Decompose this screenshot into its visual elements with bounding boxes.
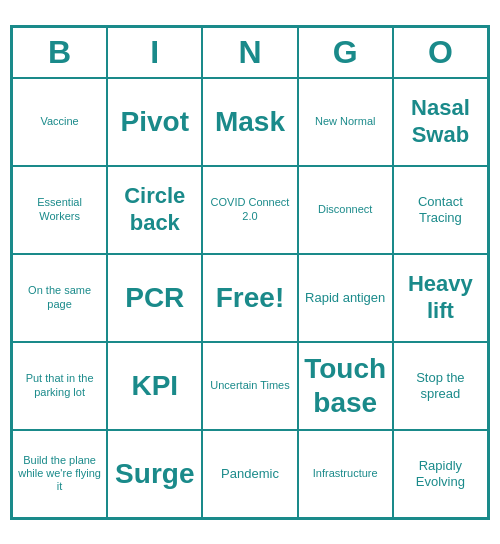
- bingo-cell-22: Pandemic: [202, 430, 297, 518]
- cell-text-14: Heavy lift: [398, 271, 483, 324]
- bingo-header: BINGO: [12, 27, 488, 78]
- cell-text-18: Touch base: [303, 352, 388, 419]
- cell-text-16: KPI: [131, 369, 178, 403]
- bingo-grid: VaccinePivotMaskNew NormalNasal SwabEsse…: [12, 78, 488, 518]
- cell-text-0: Vaccine: [40, 115, 78, 128]
- header-letter-B: B: [12, 27, 107, 78]
- cell-text-11: PCR: [125, 281, 184, 315]
- cell-text-10: On the same page: [17, 284, 102, 310]
- cell-text-23: Infrastructure: [313, 467, 378, 480]
- header-letter-I: I: [107, 27, 202, 78]
- cell-text-4: Nasal Swab: [398, 95, 483, 148]
- cell-text-7: COVID Connect 2.0: [207, 196, 292, 222]
- cell-text-6: Circle back: [112, 183, 197, 236]
- bingo-cell-11: PCR: [107, 254, 202, 342]
- cell-text-3: New Normal: [315, 115, 376, 128]
- bingo-card: BINGO VaccinePivotMaskNew NormalNasal Sw…: [10, 25, 490, 520]
- cell-text-19: Stop the spread: [398, 370, 483, 401]
- cell-text-8: Disconnect: [318, 203, 372, 216]
- cell-text-12: Free!: [216, 281, 284, 315]
- cell-text-15: Put that in the parking lot: [17, 372, 102, 398]
- bingo-cell-18: Touch base: [298, 342, 393, 430]
- bingo-cell-2: Mask: [202, 78, 297, 166]
- bingo-cell-8: Disconnect: [298, 166, 393, 254]
- bingo-cell-9: Contact Tracing: [393, 166, 488, 254]
- header-letter-N: N: [202, 27, 297, 78]
- bingo-cell-24: Rapidly Evolving: [393, 430, 488, 518]
- cell-text-22: Pandemic: [221, 466, 279, 482]
- bingo-cell-5: Essential Workers: [12, 166, 107, 254]
- bingo-cell-1: Pivot: [107, 78, 202, 166]
- bingo-cell-14: Heavy lift: [393, 254, 488, 342]
- bingo-cell-13: Rapid antigen: [298, 254, 393, 342]
- bingo-cell-12: Free!: [202, 254, 297, 342]
- bingo-cell-15: Put that in the parking lot: [12, 342, 107, 430]
- cell-text-1: Pivot: [121, 105, 189, 139]
- cell-text-24: Rapidly Evolving: [398, 458, 483, 489]
- cell-text-13: Rapid antigen: [305, 290, 385, 306]
- header-letter-O: O: [393, 27, 488, 78]
- bingo-cell-10: On the same page: [12, 254, 107, 342]
- cell-text-20: Build the plane while we're flying it: [17, 454, 102, 494]
- bingo-cell-17: Uncertain Times: [202, 342, 297, 430]
- bingo-cell-21: Surge: [107, 430, 202, 518]
- cell-text-9: Contact Tracing: [398, 194, 483, 225]
- bingo-cell-3: New Normal: [298, 78, 393, 166]
- cell-text-5: Essential Workers: [17, 196, 102, 222]
- bingo-cell-16: KPI: [107, 342, 202, 430]
- cell-text-2: Mask: [215, 105, 285, 139]
- bingo-cell-19: Stop the spread: [393, 342, 488, 430]
- bingo-cell-23: Infrastructure: [298, 430, 393, 518]
- bingo-cell-20: Build the plane while we're flying it: [12, 430, 107, 518]
- bingo-cell-0: Vaccine: [12, 78, 107, 166]
- bingo-cell-4: Nasal Swab: [393, 78, 488, 166]
- cell-text-21: Surge: [115, 457, 194, 491]
- header-letter-G: G: [298, 27, 393, 78]
- cell-text-17: Uncertain Times: [210, 379, 289, 392]
- bingo-cell-7: COVID Connect 2.0: [202, 166, 297, 254]
- bingo-cell-6: Circle back: [107, 166, 202, 254]
